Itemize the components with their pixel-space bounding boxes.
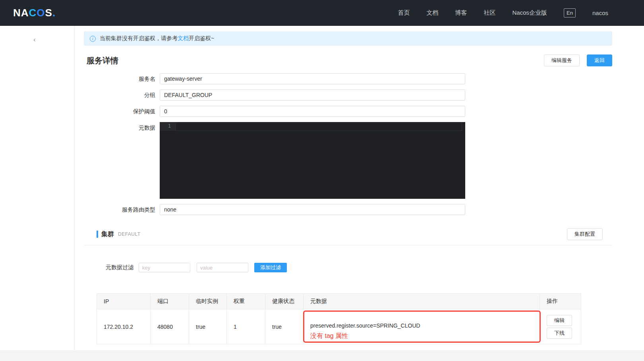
language-toggle[interactable]: En: [564, 8, 576, 17]
username[interactable]: nacos: [592, 10, 608, 16]
cluster-section-title: 集群: [101, 230, 114, 239]
service-detail-form: 服务名 分组 保护阈值 元数据 1 服务路由类型: [84, 73, 612, 215]
group-label: 分组: [84, 89, 160, 101]
metadata-value: preserved.register.source=SPRING_CLOUD: [310, 322, 420, 329]
instance-table: IP 端口 临时实例 权重 健康状态 元数据 操作 172.20.10.2 48…: [97, 293, 581, 344]
nav-docs[interactable]: 文档: [427, 9, 439, 17]
metadata-label: 元数据: [84, 122, 160, 199]
edit-instance-button[interactable]: 编辑: [547, 315, 572, 326]
nav-enterprise[interactable]: Nacos企业版: [512, 9, 547, 17]
group-input[interactable]: [160, 89, 465, 101]
logo-text-c: C: [29, 7, 37, 19]
main-content: i 当前集群没有开启鉴权，请参考文档开启鉴权~ 服务详情 编辑服务 返回 服务名…: [75, 26, 644, 350]
cell-weight: 1: [227, 309, 265, 344]
auth-warning-banner: i 当前集群没有开启鉴权，请参考文档开启鉴权~: [84, 31, 612, 46]
left-sidebar: ‹: [0, 26, 75, 350]
page-body: ‹ i 当前集群没有开启鉴权，请参考文档开启鉴权~ 服务详情 编辑服务 返回 服…: [0, 26, 644, 350]
metadata-editor[interactable]: 1: [160, 122, 465, 199]
banner-text-after: 开启鉴权~: [189, 35, 214, 42]
cell-ephemeral: true: [189, 309, 227, 344]
add-filter-button[interactable]: 添加过滤: [254, 263, 287, 272]
col-header-metadata: 元数据: [304, 294, 540, 309]
col-header-actions: 操作: [540, 294, 581, 309]
top-header: NACOS. 首页 文档 博客 社区 Nacos企业版 En nacos: [0, 0, 644, 26]
logo-text-s: S: [45, 7, 52, 19]
logo-text-o: O: [37, 7, 45, 19]
back-button[interactable]: 返回: [587, 54, 612, 66]
logo-text-na: NA: [13, 7, 29, 19]
title-row: 服务详情 编辑服务 返回: [84, 54, 612, 66]
cell-metadata: preserved.register.source=SPRING_CLOUD 没…: [304, 309, 540, 344]
cell-actions: 编辑 下线: [540, 309, 581, 344]
cluster-config-button[interactable]: 集群配置: [567, 228, 603, 240]
col-header-port: 端口: [151, 294, 189, 309]
table-row: 172.20.10.2 48080 true 1 true preserved.…: [97, 309, 581, 344]
service-name-label: 服务名: [84, 73, 160, 84]
editor-active-line: [176, 123, 462, 131]
nav-blog[interactable]: 博客: [455, 9, 467, 17]
info-icon: i: [90, 36, 96, 42]
form-row-group: 分组: [84, 89, 612, 101]
cluster-name: DEFAULT: [118, 231, 141, 237]
protect-threshold-label: 保护阈值: [84, 106, 160, 117]
section-divider: [84, 245, 612, 245]
logo-text-dot: .: [52, 7, 56, 19]
nacos-logo[interactable]: NACOS.: [13, 7, 56, 19]
cluster-section-header: 集群 DEFAULT 集群配置: [84, 228, 612, 240]
form-row-route-type: 服务路由类型: [84, 204, 612, 215]
instance-table-header: IP 端口 临时实例 权重 健康状态 元数据 操作: [97, 294, 581, 309]
cell-healthy: true: [265, 309, 304, 344]
route-type-input[interactable]: [160, 204, 465, 215]
offline-instance-button[interactable]: 下线: [547, 328, 572, 339]
metadata-filter-row: 元数据过滤 添加过滤: [106, 263, 612, 272]
form-row-service-name: 服务名: [84, 73, 612, 84]
metadata-annotation: 没有 tag 属性: [310, 332, 348, 340]
page-footer: [0, 350, 644, 361]
cell-ip: 172.20.10.2: [97, 309, 151, 344]
protect-threshold-input[interactable]: [160, 106, 465, 117]
banner-doc-link[interactable]: 文档: [178, 35, 189, 42]
filter-key-input[interactable]: [139, 263, 190, 272]
title-buttons: 编辑服务 返回: [544, 54, 612, 66]
form-row-metadata: 元数据 1: [84, 122, 612, 199]
form-row-protect-threshold: 保护阈值: [84, 106, 612, 117]
metadata-filter-label: 元数据过滤: [106, 264, 133, 271]
col-header-weight: 权重: [227, 294, 265, 309]
header-nav: 首页 文档 博客 社区 Nacos企业版 En nacos: [398, 8, 608, 17]
cell-port: 48080: [151, 309, 189, 344]
col-header-healthy: 健康状态: [265, 294, 304, 309]
col-header-ephemeral: 临时实例: [189, 294, 227, 309]
page-title: 服务详情: [87, 55, 118, 66]
section-accent-bar: [97, 231, 98, 238]
col-header-ip: IP: [97, 294, 151, 309]
filter-value-input[interactable]: [197, 263, 248, 272]
nav-home[interactable]: 首页: [398, 9, 410, 17]
service-name-input[interactable]: [160, 73, 465, 84]
edit-service-button[interactable]: 编辑服务: [544, 54, 580, 66]
banner-text-before: 当前集群没有开启鉴权，请参考: [100, 35, 178, 42]
nav-community[interactable]: 社区: [484, 9, 496, 17]
sidebar-collapse-icon[interactable]: ‹: [33, 36, 36, 43]
route-type-label: 服务路由类型: [84, 204, 160, 215]
editor-line-number: 1: [160, 122, 176, 131]
